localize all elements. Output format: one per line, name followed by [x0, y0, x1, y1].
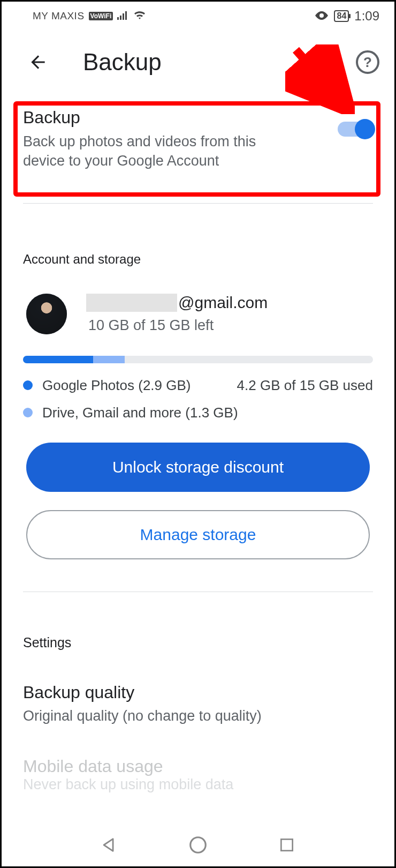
- backup-toggle-switch[interactable]: [338, 122, 373, 137]
- redacted-email-prefix: [86, 294, 177, 312]
- app-bar: Backup ?: [2, 27, 394, 76]
- backup-quality-subtitle: Original quality (no change to quality): [23, 708, 373, 724]
- svg-rect-2: [123, 13, 124, 20]
- legend-photos-label: Google Photos (2.9 GB): [42, 377, 191, 394]
- backup-toggle-description: Back up photos and videos from this devi…: [23, 132, 301, 171]
- svg-point-5: [191, 837, 206, 853]
- clock: 1:09: [354, 9, 379, 24]
- svg-rect-0: [117, 17, 119, 20]
- help-button[interactable]: ?: [356, 50, 379, 74]
- mobile-data-usage-row[interactable]: Mobile data usage Never back up using mo…: [2, 730, 394, 793]
- backup-quality-title: Backup quality: [23, 683, 373, 702]
- svg-rect-1: [120, 16, 121, 20]
- legend-drive-label: Drive, Gmail and more (1.3 GB): [42, 405, 238, 421]
- backup-quality-row[interactable]: Backup quality Original quality (no chan…: [2, 667, 394, 730]
- backup-toggle-title: Backup: [23, 108, 301, 128]
- svg-rect-6: [281, 839, 292, 850]
- legend-dot-icon: [23, 408, 33, 417]
- divider: [23, 592, 373, 592]
- backup-toggle-row[interactable]: Backup Back up photos and videos from th…: [2, 76, 394, 192]
- nav-recents-button[interactable]: [272, 830, 302, 860]
- legend-drive-gmail: Drive, Gmail and more (1.3 GB): [23, 405, 373, 421]
- mobile-data-title: Mobile data usage: [23, 757, 373, 776]
- carrier-label: MY MAXIS: [33, 10, 85, 22]
- avatar: [26, 294, 67, 334]
- eye-icon: [315, 10, 329, 23]
- mobile-data-subtitle: Never back up using mobile data: [23, 776, 373, 793]
- settings-header: Settings: [2, 603, 394, 667]
- signal-icon: [117, 10, 129, 23]
- back-button[interactable]: [25, 49, 51, 75]
- account-row[interactable]: @gmail.com 10 GB of 15 GB left: [2, 283, 394, 340]
- account-email: @gmail.com: [86, 294, 268, 312]
- email-suffix: @gmail.com: [178, 294, 268, 312]
- manage-storage-button[interactable]: Manage storage: [26, 510, 370, 559]
- status-bar: MY MAXIS VoWiFi 84 1:09: [2, 2, 394, 27]
- storage-used-label: 4.2 GB of 15 GB used: [237, 377, 373, 394]
- account-storage-header: Account and storage: [2, 214, 394, 283]
- svg-rect-3: [125, 11, 127, 20]
- storage-progress-bar: [23, 356, 373, 363]
- unlock-storage-discount-button[interactable]: Unlock storage discount: [26, 443, 370, 492]
- system-nav-bar: [2, 830, 394, 860]
- wifi-icon: [133, 10, 146, 23]
- legend-google-photos: Google Photos (2.9 GB): [23, 377, 237, 394]
- nav-back-button[interactable]: [94, 830, 124, 860]
- battery-indicator: 84: [334, 10, 349, 22]
- vowifi-badge: VoWiFi: [89, 12, 113, 20]
- storage-remaining-label: 10 GB of 15 GB left: [88, 317, 268, 334]
- nav-home-button[interactable]: [183, 830, 213, 860]
- divider: [23, 203, 373, 204]
- legend-dot-icon: [23, 380, 33, 390]
- page-title: Backup: [83, 49, 324, 76]
